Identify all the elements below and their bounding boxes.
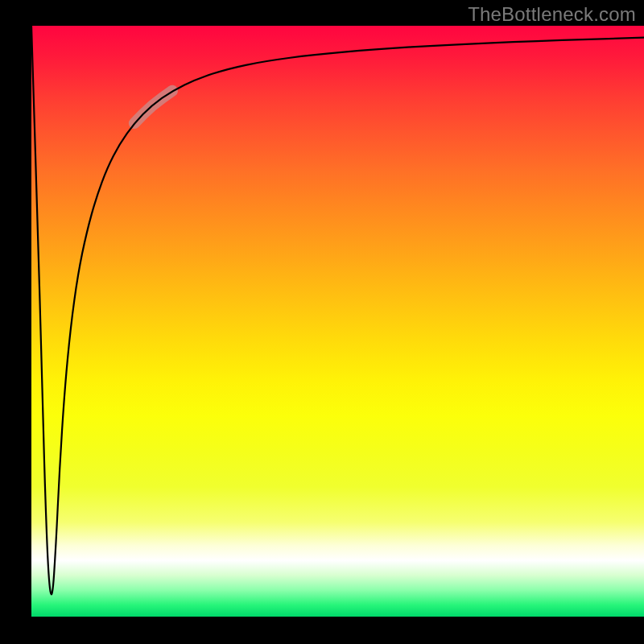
chart-frame: TheBottleneck.com [0,0,644,644]
chart-svg [31,26,644,617]
bottleneck-curve-line [31,26,644,594]
watermark-text: TheBottleneck.com [468,3,636,26]
